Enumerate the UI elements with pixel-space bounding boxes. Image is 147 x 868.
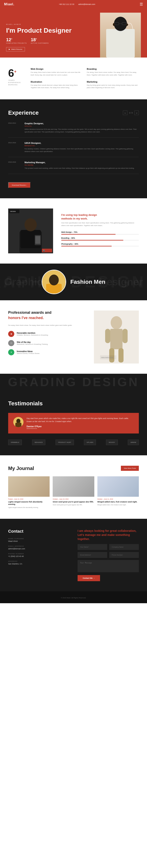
nav-email: admin@domain.com bbox=[79, 3, 95, 5]
exp-item-3: 2016-2018 Marketing Manager, Go Identity… bbox=[8, 161, 139, 174]
logo-behance: BEHANCE bbox=[32, 440, 46, 445]
svg-text:DESIGN: DESIGN bbox=[10, 211, 16, 212]
journal-section: My Journal View More Posts Posted – June… bbox=[0, 455, 147, 519]
contact-address-info: Address San Diantino, CA bbox=[8, 560, 69, 565]
footer: © 2019 Miael. All Rights Reserved. bbox=[0, 591, 147, 603]
award-1-icon: ★ bbox=[8, 331, 14, 337]
logo-producthunt: PRODUCT HUNT bbox=[56, 440, 74, 445]
svg-point-30 bbox=[16, 419, 21, 423]
form-company-input[interactable] bbox=[109, 544, 139, 550]
skill-branding: Branding – 80% bbox=[61, 237, 139, 241]
footer-text: © 2019 Miael. All Rights Reserved. bbox=[61, 597, 86, 599]
nav-menu-icon[interactable]: ☰ bbox=[140, 2, 143, 6]
svg-text:📷: 📷 bbox=[43, 249, 45, 251]
submit-contact-button[interactable]: Contact Me → bbox=[78, 575, 100, 581]
logo-uplabs: UPLABS bbox=[84, 440, 96, 445]
testimonials-section: Testimonials Day start from years which … bbox=[0, 390, 147, 455]
testimonial-card: Day start from years which rule made fir… bbox=[8, 413, 139, 433]
play-icon: ▶ bbox=[9, 48, 10, 50]
fashion-banner: GRAPHIC DESIGNER Graphic Designer Fashio… bbox=[0, 264, 147, 300]
hero-image bbox=[100, 13, 141, 58]
skills-section: DESIGN 📷 I'm using top leading design me… bbox=[0, 198, 147, 264]
svg-text:Hallucination Study: Hallucination Study bbox=[101, 357, 113, 359]
form-message-textarea[interactable] bbox=[78, 560, 139, 572]
download-resume-button[interactable]: Download Resume ↓ bbox=[8, 182, 31, 188]
journal-post-3: October – June 11, 2019 Winged added sta… bbox=[97, 476, 139, 509]
svg-rect-23 bbox=[105, 329, 110, 343]
about-web-design: Web Design Far away, there lived a bear … bbox=[31, 68, 83, 76]
about-illustration: Illustration Far away there would discov… bbox=[31, 81, 83, 89]
journal-grid: Posted – June 13, 2019 Lights winged sea… bbox=[8, 476, 139, 509]
logo-awww: AWWW bbox=[128, 440, 139, 445]
svg-point-10 bbox=[25, 218, 37, 231]
award-2: ⬡ Site of the day Awwwards, Behance & Sm… bbox=[8, 340, 86, 346]
journal-post-1: Posted – June 13, 2019 Lights winged sea… bbox=[8, 476, 50, 509]
testimonial-role: Advertisement bbox=[27, 428, 134, 429]
svg-rect-0 bbox=[106, 29, 135, 58]
fashion-title: Fashion Men bbox=[70, 279, 105, 285]
about-grid: Web Design Far away, there lived a bear … bbox=[31, 68, 139, 89]
award-1: ★ Honorable mention Dribbble, Behance, A… bbox=[8, 331, 86, 337]
client-logos: DRIBBBLE BEHANCE PRODUCT HUNT UPLABS WOO… bbox=[8, 440, 139, 445]
hero-stat-customers: 18+ ACTIVE CUSTOMERS bbox=[31, 37, 49, 44]
hero-stat-projects: 12+ COMPLETED PROJECTS bbox=[6, 37, 27, 44]
logo-woody: WOODY bbox=[106, 440, 118, 445]
contact-form: I am always looking for great collaborat… bbox=[78, 529, 139, 581]
logo-dribbble: DRIBBBLE bbox=[8, 440, 22, 445]
watch-resume-button[interactable]: ▶ Watch Resume bbox=[6, 47, 25, 52]
contact-title: Contact bbox=[8, 529, 69, 534]
navbar: Miael. +90 312 111 22 33 admin@domain.co… bbox=[0, 0, 147, 8]
fashion-side-right: Designer bbox=[99, 276, 143, 288]
hero-tag: MIAEL AHMIR bbox=[6, 24, 100, 25]
view-all-posts-button[interactable]: View More Posts bbox=[121, 466, 139, 471]
journal-post-2: October – June 19, 2019 Given seed great… bbox=[53, 476, 94, 509]
awards-section: Professional awards and honors I've reac… bbox=[0, 300, 147, 374]
exp-prev-button[interactable]: ← bbox=[123, 111, 127, 115]
fashion-portrait bbox=[42, 270, 66, 294]
awards-subtitle: honors I've reached. bbox=[8, 316, 86, 320]
awards-desc: Far away, there lived a bear. Far away, … bbox=[8, 324, 86, 327]
skills-content: I'm using top leading design methods in … bbox=[61, 213, 139, 249]
about-section: 6+ Years Experience Working Web Design F… bbox=[0, 58, 147, 99]
contact-info-left: Contact Name Surname Miael Ahmir Email A… bbox=[8, 529, 69, 581]
form-row-2 bbox=[78, 552, 139, 558]
award-3-icon: ✦ bbox=[8, 349, 14, 355]
exp-item-2: 2013-2016 UI/UX Designer, Behance Inc. F… bbox=[8, 142, 139, 157]
form-name-input[interactable] bbox=[78, 544, 107, 550]
skill-web-design: Web Design – 70% bbox=[61, 231, 139, 235]
nav-phone: +90 312 111 22 33 bbox=[59, 3, 74, 5]
journal-title: My Journal bbox=[8, 466, 34, 471]
testimonial-author: Damian O'Ryan bbox=[27, 425, 134, 428]
svg-point-1 bbox=[114, 17, 127, 31]
svg-rect-22 bbox=[110, 329, 122, 349]
exp-item-1: 2010-2013 Graphic Designer, Art & Co. Wi… bbox=[8, 122, 139, 138]
testimonials-title: Testimonials bbox=[8, 400, 139, 407]
svg-point-21 bbox=[111, 316, 122, 329]
exp-next-button[interactable]: → bbox=[134, 111, 139, 115]
skills-image: DESIGN 📷 bbox=[8, 209, 53, 253]
testimonial-avatar bbox=[13, 417, 24, 427]
svg-rect-26 bbox=[118, 348, 123, 363]
form-row-1 bbox=[78, 544, 139, 550]
contact-phone-info: Phone Number +1 (934) 123 43 40 bbox=[8, 553, 69, 557]
hero-title: I'm Product Designer bbox=[6, 27, 100, 34]
experience-section: Experience ← 1 / 2 → 2010-2013 Graphic D… bbox=[0, 99, 147, 198]
exp-pagination: 1 / 2 bbox=[129, 112, 133, 114]
awards-image: Hallucination Study bbox=[94, 310, 139, 364]
form-email-input[interactable] bbox=[78, 552, 107, 558]
awards-title: Professional awards and bbox=[8, 310, 86, 315]
nav-logo[interactable]: Miael. bbox=[4, 2, 14, 6]
award-2-icon: ⬡ bbox=[8, 340, 14, 346]
about-marketing: Marketing Day by doing great cards for m… bbox=[87, 81, 139, 89]
design-banner: GRADING DESIGN bbox=[0, 374, 147, 390]
experience-title: Experience bbox=[8, 110, 38, 116]
hero-section: MIAEL AHMIR I'm Product Designer 12+ COM… bbox=[0, 8, 147, 58]
years-experience: 6+ Years Experience Working bbox=[8, 68, 25, 89]
about-branding: Branding Far along, there lived a bear m… bbox=[87, 68, 139, 76]
svg-rect-24 bbox=[122, 329, 127, 343]
form-phone-input[interactable] bbox=[109, 552, 139, 558]
testimonial-quote: Day start from years which rule made fir… bbox=[27, 417, 134, 423]
award-3: ✦ Innovative Ideas Various Events, Produ… bbox=[8, 349, 86, 355]
svg-rect-31 bbox=[15, 423, 22, 427]
svg-point-19 bbox=[49, 275, 59, 285]
